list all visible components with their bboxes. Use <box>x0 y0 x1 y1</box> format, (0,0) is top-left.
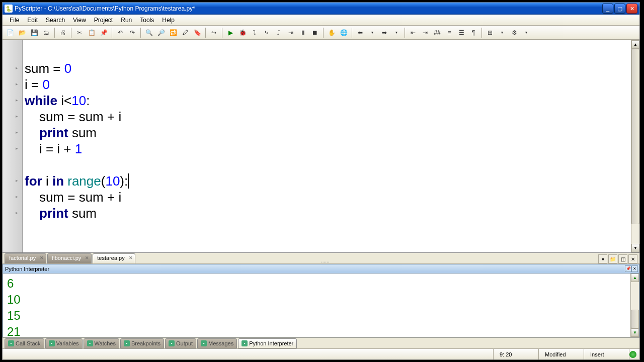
uncomment-icon[interactable]: ≡ <box>444 27 455 38</box>
tab-list-icon[interactable]: ▾ <box>598 254 607 263</box>
code-line[interactable]: i = 0 <box>25 76 629 93</box>
globe-icon[interactable]: 🌐 <box>338 27 349 38</box>
bottom-tab-label: Watches <box>95 340 116 346</box>
run-to-cursor-icon[interactable]: ⇥ <box>285 27 296 38</box>
interpreter-panel-header[interactable]: Python Interpreter 📌 ✕ <box>3 264 639 273</box>
bottom-tab[interactable]: •Messages <box>197 338 237 348</box>
format-icon[interactable]: ☰ <box>456 27 467 38</box>
bottom-tab[interactable]: •Call Stack <box>5 338 44 348</box>
code-line[interactable]: i = i + 1 <box>25 141 629 157</box>
menu-file[interactable]: File <box>6 16 23 25</box>
bottom-tab[interactable]: •Watches <box>84 338 119 348</box>
goto-icon[interactable]: ↪ <box>208 27 219 38</box>
bookmark-icon[interactable]: 🔖 <box>192 27 203 38</box>
step-over-icon[interactable]: ⤵ <box>249 27 260 38</box>
find-icon[interactable]: 🔍 <box>143 27 154 38</box>
panel-close-icon[interactable]: ✕ <box>631 265 638 272</box>
pause-icon[interactable]: ⏸ <box>297 27 308 38</box>
code-line[interactable] <box>25 157 629 173</box>
panel-pin-icon[interactable]: 📌 <box>625 265 631 272</box>
tab-close-icon[interactable]: ✕ <box>40 255 44 260</box>
bottom-tab[interactable]: •Output <box>165 338 196 348</box>
options-icon[interactable]: ⚙ <box>509 27 520 38</box>
scroll-down-icon[interactable]: ▼ <box>631 328 639 337</box>
minimize-button[interactable]: _ <box>602 4 613 14</box>
code-line[interactable]: while i<10: <box>25 93 629 109</box>
menu-tools[interactable]: Tools <box>136 16 158 25</box>
vertical-scrollbar[interactable]: ▲ ▼ <box>631 40 639 252</box>
tab-close-icon[interactable]: ✕ <box>85 255 89 260</box>
code-editor[interactable]: sum = 0i = 0while i<10: sum = sum + i pr… <box>23 40 631 252</box>
menu-search[interactable]: Search <box>42 16 69 25</box>
code-line[interactable]: sum = sum + i <box>25 189 629 205</box>
redo-icon[interactable]: ↷ <box>127 27 138 38</box>
show-hidden-icon[interactable]: ¶ <box>468 27 479 38</box>
options-dropdown-icon[interactable]: ▼ <box>521 27 532 38</box>
cut-icon[interactable]: ✂ <box>74 27 85 38</box>
nav-forward-icon[interactable]: ➡ <box>379 27 390 38</box>
save-icon[interactable]: 💾 <box>29 27 40 38</box>
code-line[interactable]: sum = sum + i <box>25 109 629 125</box>
separator <box>323 28 324 38</box>
output-scrollbar[interactable]: ▲ ▼ <box>630 274 639 337</box>
menu-run[interactable]: Run <box>117 16 136 25</box>
menu-help[interactable]: Help <box>158 16 179 25</box>
file-tab[interactable]: fibonacci.py✕ <box>47 253 92 263</box>
code-line[interactable]: sum = 0 <box>25 60 629 76</box>
outdent-icon[interactable]: ⇤ <box>408 27 419 38</box>
find-next-icon[interactable]: 🔎 <box>155 27 167 38</box>
file-tab[interactable]: factorial.py✕ <box>5 253 46 263</box>
scroll-track[interactable] <box>631 282 639 328</box>
comment-icon[interactable]: ## <box>432 27 443 38</box>
run-icon[interactable]: ▶ <box>225 27 236 38</box>
paste-icon[interactable]: 📌 <box>98 27 109 38</box>
line-gutter[interactable]: ▸▸▸▸▸▸▸▸▸ <box>3 40 23 252</box>
menu-view[interactable]: View <box>69 16 90 25</box>
scroll-track[interactable] <box>631 49 639 244</box>
code-line[interactable]: print sum <box>25 125 629 141</box>
titlebar[interactable]: 🐍 PyScripter - C:\Users\sal\Documents\Py… <box>3 3 639 15</box>
file-tab[interactable]: testarea.py✕ <box>93 253 135 263</box>
menu-edit[interactable]: Edit <box>23 16 42 25</box>
scroll-thumb[interactable] <box>631 49 639 224</box>
new-file-icon[interactable]: 📄 <box>5 27 16 38</box>
bottom-tab[interactable]: •Python Interpreter <box>238 338 297 348</box>
menu-project[interactable]: Project <box>90 16 117 25</box>
undo-icon[interactable]: ↶ <box>115 27 126 38</box>
indent-icon[interactable]: ⇥ <box>420 27 431 38</box>
scroll-thumb[interactable] <box>631 310 639 328</box>
step-into-icon[interactable]: ⤷ <box>261 27 272 38</box>
close-button[interactable]: ✕ <box>626 4 637 14</box>
tab-new-icon[interactable]: ◫ <box>618 254 627 263</box>
highlight-icon[interactable]: 🖍 <box>180 27 191 38</box>
interpreter-output[interactable]: 6 10 15 21 ▲ ▼ <box>3 273 639 337</box>
tab-close-icon[interactable]: ✕ <box>628 254 637 263</box>
copy-icon[interactable]: 📋 <box>86 27 97 38</box>
stop-icon[interactable]: ⏹ <box>309 27 320 38</box>
step-out-icon[interactable]: ⤴ <box>273 27 284 38</box>
hand-icon[interactable]: ✋ <box>326 27 337 38</box>
bottom-tab[interactable]: •Variables <box>45 338 83 348</box>
save-all-icon[interactable]: 🗂 <box>41 27 52 38</box>
maximize-button[interactable]: ▢ <box>614 4 625 14</box>
layout-icon[interactable]: ⊞ <box>485 27 496 38</box>
find-replace-icon[interactable]: 🔁 <box>168 27 179 38</box>
engine-status-icon[interactable] <box>629 351 636 358</box>
code-line[interactable] <box>25 44 629 60</box>
code-line[interactable]: print sum <box>25 205 629 221</box>
print-icon[interactable]: 🖨 <box>57 27 68 38</box>
scroll-up-icon[interactable]: ▲ <box>631 40 639 49</box>
tab-nav-icon[interactable]: 📁 <box>608 254 617 263</box>
debug-icon[interactable]: 🐞 <box>237 27 248 38</box>
tab-close-icon[interactable]: ✕ <box>129 255 133 260</box>
fwd-dropdown-icon[interactable]: ▼ <box>391 27 402 38</box>
scroll-down-icon[interactable]: ▼ <box>631 244 639 252</box>
tabbar-handle[interactable]: ...... <box>321 258 330 263</box>
scroll-up-icon[interactable]: ▲ <box>631 274 639 282</box>
back-dropdown-icon[interactable]: ▼ <box>367 27 378 38</box>
code-line[interactable]: for i in range(10): <box>25 173 629 189</box>
open-file-icon[interactable]: 📂 <box>17 27 28 38</box>
nav-back-icon[interactable]: ⬅ <box>355 27 366 38</box>
bottom-tab[interactable]: •Breakpoints <box>120 338 164 348</box>
layout-dropdown-icon[interactable]: ▼ <box>497 27 508 38</box>
